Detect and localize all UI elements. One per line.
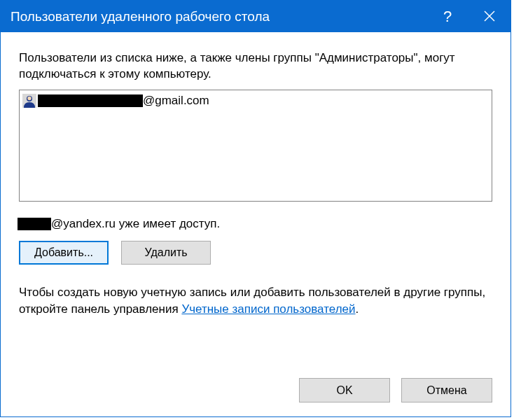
user-accounts-link[interactable]: Учетные записи пользователей bbox=[181, 302, 355, 316]
window-title: Пользователи удаленного рабочего стола bbox=[11, 9, 426, 24]
list-buttons-row: Добавить... Удалить bbox=[19, 241, 492, 265]
close-button[interactable] bbox=[468, 1, 510, 32]
access-status-line: @yandex.ru уже имеет доступ. bbox=[19, 217, 492, 231]
users-listbox[interactable]: @gmail.com bbox=[19, 90, 492, 202]
dialog-content: Пользователи из списка ниже, а также чле… bbox=[1, 32, 510, 331]
redacted-username bbox=[38, 94, 143, 107]
svg-point-4 bbox=[27, 97, 31, 100]
remove-button[interactable]: Удалить bbox=[121, 241, 211, 265]
cancel-button[interactable]: Отмена bbox=[401, 378, 492, 402]
titlebar: Пользователи удаленного рабочего стола ? bbox=[1, 1, 510, 32]
user-email-suffix: @gmail.com bbox=[143, 94, 209, 108]
help-button[interactable]: ? bbox=[426, 1, 468, 32]
dialog-window: Пользователи удаленного рабочего стола ?… bbox=[0, 0, 511, 417]
dialog-footer-buttons: OK Отмена bbox=[299, 378, 492, 402]
info-text: Чтобы создать новую учетную запись или д… bbox=[19, 284, 492, 318]
ok-button[interactable]: OK bbox=[299, 378, 390, 402]
add-button[interactable]: Добавить... bbox=[19, 241, 109, 265]
description-text: Пользователи из списка ниже, а также чле… bbox=[19, 50, 492, 83]
access-status-text: @yandex.ru уже имеет доступ. bbox=[51, 217, 220, 231]
list-item[interactable]: @gmail.com bbox=[22, 93, 489, 108]
info-text-after: . bbox=[356, 302, 359, 316]
help-icon: ? bbox=[443, 8, 452, 26]
redacted-current-user bbox=[18, 218, 51, 230]
user-icon bbox=[22, 94, 36, 108]
close-icon bbox=[484, 8, 495, 26]
